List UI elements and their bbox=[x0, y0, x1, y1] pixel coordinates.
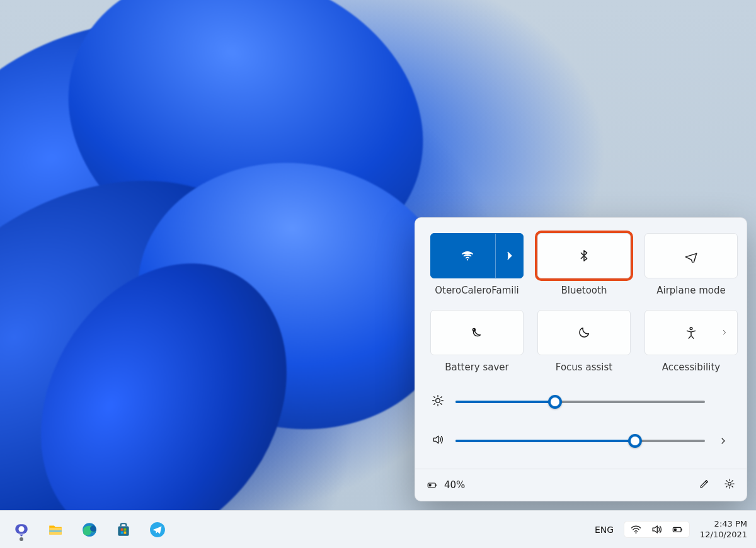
taskbar-microsoft-store-button[interactable] bbox=[111, 517, 136, 542]
wifi-tile[interactable] bbox=[430, 233, 524, 278]
system-tray[interactable] bbox=[624, 521, 690, 538]
language-indicator[interactable]: ENG bbox=[595, 525, 614, 535]
accessibility-expand-button[interactable] bbox=[721, 327, 728, 339]
brightness-icon bbox=[432, 394, 444, 409]
svg-rect-15 bbox=[124, 528, 127, 530]
wifi-icon bbox=[461, 249, 474, 263]
taskbar-pinned-apps bbox=[9, 517, 170, 542]
bluetooth-icon bbox=[577, 249, 591, 263]
svg-point-7 bbox=[728, 482, 731, 486]
airplane-icon bbox=[684, 249, 698, 263]
svg-rect-21 bbox=[681, 528, 682, 530]
bluetooth-label: Bluetooth bbox=[561, 285, 607, 296]
svg-rect-16 bbox=[121, 531, 123, 534]
battery-icon bbox=[427, 479, 438, 491]
battery-saver-label: Battery saver bbox=[445, 362, 509, 373]
battery-saver-tile[interactable] bbox=[430, 310, 524, 355]
svg-rect-11 bbox=[49, 530, 62, 532]
focus-assist-label: Focus assist bbox=[556, 362, 612, 373]
chat-icon bbox=[13, 522, 30, 538]
gear-icon bbox=[724, 478, 735, 489]
taskbar-clock[interactable]: 2:43 PM 12/10/2021 bbox=[700, 519, 747, 540]
brightness-slider-row bbox=[432, 394, 730, 409]
volume-slider[interactable] bbox=[455, 435, 705, 447]
edit-quick-settings-button[interactable] bbox=[699, 478, 710, 492]
bluetooth-tile[interactable] bbox=[537, 233, 631, 278]
volume-output-button[interactable] bbox=[716, 436, 730, 446]
microsoft-store-icon bbox=[115, 522, 132, 538]
battery-icon bbox=[672, 523, 684, 535]
battery-saver-icon bbox=[470, 326, 484, 340]
battery-percent-label: 40% bbox=[444, 479, 465, 491]
svg-rect-5 bbox=[435, 484, 437, 486]
edge-icon bbox=[81, 522, 98, 538]
battery-status[interactable]: 40% bbox=[427, 479, 465, 491]
volume-icon bbox=[651, 523, 663, 535]
brightness-slider[interactable] bbox=[455, 396, 705, 408]
svg-point-0 bbox=[467, 259, 468, 260]
svg-rect-17 bbox=[124, 531, 127, 534]
svg-rect-13 bbox=[118, 526, 129, 535]
accessibility-icon bbox=[684, 326, 698, 340]
wifi-label: OteroCaleroFamili bbox=[435, 285, 519, 296]
open-settings-button[interactable] bbox=[724, 478, 735, 492]
volume-slider-row bbox=[432, 433, 730, 448]
airplane-mode-tile[interactable] bbox=[644, 233, 738, 278]
focus-assist-icon bbox=[577, 326, 591, 340]
volume-icon bbox=[432, 433, 444, 448]
svg-rect-22 bbox=[674, 528, 677, 531]
accessibility-tile[interactable] bbox=[644, 310, 738, 355]
clock-date: 12/10/2021 bbox=[700, 530, 747, 540]
svg-point-9 bbox=[18, 526, 24, 532]
clock-time: 2:43 PM bbox=[700, 519, 747, 529]
taskbar-file-explorer-button[interactable] bbox=[43, 517, 68, 542]
file-explorer-icon bbox=[47, 522, 64, 538]
airplane-mode-label: Airplane mode bbox=[656, 285, 726, 296]
wifi-icon bbox=[630, 523, 642, 535]
quick-settings-footer: 40% bbox=[415, 469, 747, 501]
telegram-icon bbox=[149, 522, 166, 538]
taskbar-chat-button[interactable] bbox=[9, 517, 34, 542]
quick-settings-panel: OteroCaleroFamili Bluetooth Airpla bbox=[415, 217, 747, 501]
svg-point-2 bbox=[690, 328, 692, 330]
svg-rect-6 bbox=[429, 484, 432, 487]
focus-assist-tile[interactable] bbox=[537, 310, 631, 355]
svg-rect-14 bbox=[121, 528, 123, 530]
taskbar-telegram-button[interactable] bbox=[145, 517, 170, 542]
svg-point-19 bbox=[636, 532, 637, 534]
pencil-icon bbox=[699, 478, 710, 489]
wifi-expand-button[interactable] bbox=[495, 234, 523, 278]
svg-point-3 bbox=[436, 399, 440, 403]
accessibility-label: Accessibility bbox=[662, 362, 720, 373]
taskbar: ENG 2:43 PM 12/10/2021 bbox=[0, 510, 756, 548]
quick-settings-tiles: OteroCaleroFamili Bluetooth Airpla bbox=[430, 233, 731, 373]
taskbar-edge-button[interactable] bbox=[77, 517, 102, 542]
